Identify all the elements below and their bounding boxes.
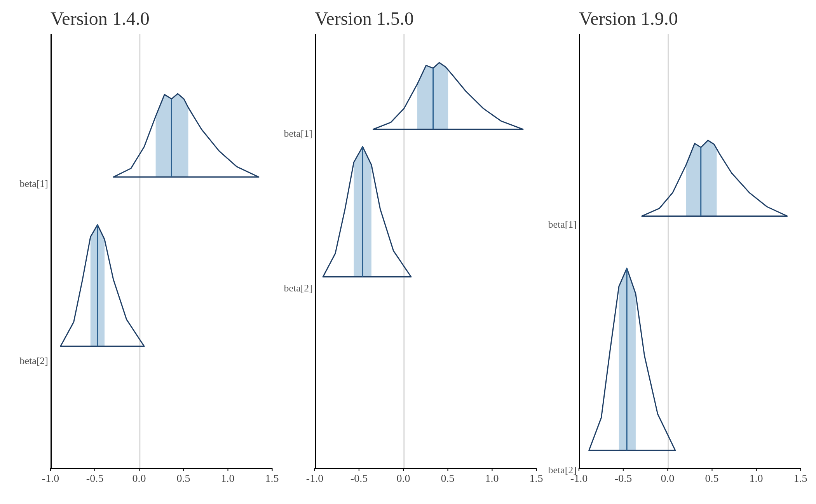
plot-svg — [580, 34, 800, 468]
y-tick-label: beta[2] — [19, 355, 48, 367]
x-axis: -1.0-0.50.00.51.01.5 — [51, 469, 272, 488]
panel-0: Version 1.4.0 beta[1] beta[2] -1.0-0.50.… — [12, 8, 276, 488]
x-tick-label: 1.5 — [794, 472, 807, 485]
y-tick-label: beta[1] — [19, 178, 48, 190]
x-axis: -1.0-0.50.00.51.01.5 — [579, 469, 800, 488]
panel-title: Version 1.9.0 — [579, 8, 800, 29]
x-tick-label: 1.0 — [750, 472, 763, 485]
x-tick-label: 0.5 — [705, 472, 719, 485]
panel-body: beta[1] beta[2] -1.0-0.50.00.51.01.5 — [544, 34, 800, 488]
x-tick-label: 0.0 — [661, 472, 675, 485]
panel-title: Version 1.4.0 — [51, 8, 272, 29]
x-tick-label: 1.5 — [530, 472, 543, 485]
panel-1: Version 1.5.0 beta[1] beta[2] -1.0-0.50.… — [276, 8, 540, 488]
x-tick-label: -0.5 — [350, 472, 368, 485]
y-axis-labels: beta[1] beta[2] — [544, 34, 579, 488]
plot-area — [315, 34, 536, 469]
plot-area — [579, 34, 800, 469]
x-tick-label: 0.0 — [397, 472, 410, 485]
x-tick-label: 0.0 — [133, 472, 146, 485]
y-axis-labels: beta[1] beta[2] — [280, 34, 315, 488]
x-tick-label: -1.0 — [570, 472, 588, 485]
x-tick-label: -0.5 — [86, 472, 103, 485]
x-tick-label: -1.0 — [306, 472, 323, 485]
x-axis: -1.0-0.50.00.51.01.5 — [315, 469, 536, 488]
plot-area-wrap: -1.0-0.50.00.51.01.5 — [315, 34, 536, 488]
panel-title: Version 1.5.0 — [315, 8, 536, 29]
x-tick-label: 0.5 — [441, 472, 455, 485]
plot-svg — [52, 34, 272, 468]
plot-area — [51, 34, 272, 469]
y-tick-label: beta[2] — [284, 283, 312, 294]
x-tick-label: 1.0 — [485, 472, 499, 485]
x-tick-label: -0.5 — [615, 472, 632, 485]
y-tick-label: beta[1] — [284, 128, 312, 140]
plot-area-wrap: -1.0-0.50.00.51.01.5 — [579, 34, 800, 488]
x-tick-label: 1.5 — [265, 472, 279, 485]
x-tick-label: -1.0 — [42, 472, 59, 485]
x-tick-label: 1.0 — [221, 472, 235, 485]
panel-2: Version 1.9.0 beta[1] beta[2] -1.0-0.50.… — [540, 8, 804, 488]
figure: Version 1.4.0 beta[1] beta[2] -1.0-0.50.… — [0, 0, 816, 504]
y-tick-label: beta[1] — [548, 219, 577, 230]
plot-area-wrap: -1.0-0.50.00.51.01.5 — [51, 34, 272, 488]
plot-svg — [316, 34, 536, 468]
panel-body: beta[1] beta[2] -1.0-0.50.00.51.01.5 — [280, 34, 536, 488]
y-axis-labels: beta[1] beta[2] — [16, 34, 51, 488]
x-tick-label: 0.5 — [177, 472, 190, 485]
panel-body: beta[1] beta[2] -1.0-0.50.00.51.01.5 — [16, 34, 272, 488]
